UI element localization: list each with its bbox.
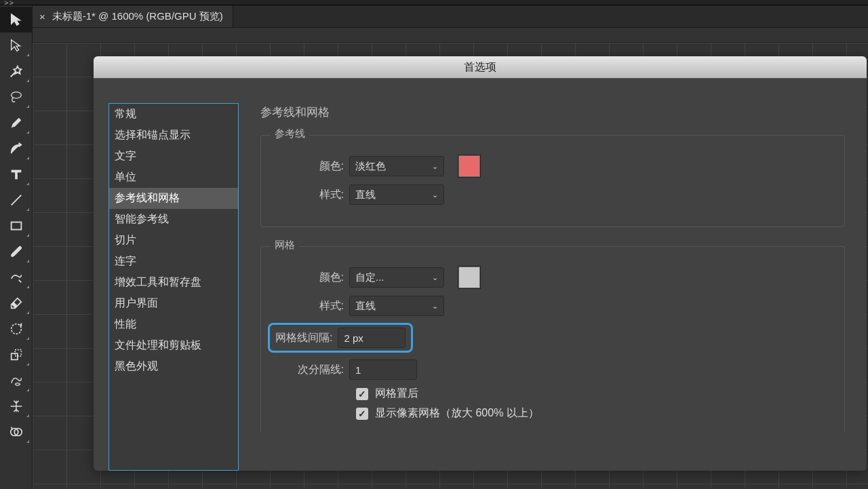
grid-color-label: 颜色: (276, 271, 349, 285)
chevron-down-icon: ⌄ (432, 302, 438, 311)
pref-ui[interactable]: 用户界面 (109, 293, 238, 314)
pref-slices[interactable]: 切片 (109, 230, 238, 251)
grid-style-label: 样式: (276, 299, 349, 313)
shaper-tool[interactable] (0, 265, 32, 290)
pref-selection[interactable]: 选择和锚点显示 (109, 125, 238, 146)
rotate-tool[interactable] (0, 316, 32, 342)
pref-type[interactable]: 文字 (109, 146, 238, 167)
guides-style-dropdown[interactable]: 直线 ⌄ (349, 184, 444, 205)
rectangle-tool[interactable] (0, 213, 32, 239)
close-icon[interactable]: × (39, 11, 45, 22)
panel-title: 参考线和网格 (260, 104, 845, 120)
pref-guides-grid[interactable]: 参考线和网格 (109, 188, 238, 209)
guides-color-label: 颜色: (276, 159, 349, 174)
guides-color-dropdown[interactable]: 淡红色 ⌄ (349, 156, 444, 176)
pref-performance[interactable]: 性能 (109, 314, 238, 335)
chevron-down-icon: ⌄ (432, 273, 438, 282)
grid-style-dropdown[interactable]: 直线 ⌄ (349, 296, 444, 316)
shape-builder-tool[interactable] (0, 419, 32, 445)
selection-tool[interactable] (0, 7, 32, 33)
preferences-dialog: 首选项 常规 选择和锚点显示 文字 单位 参考线和网格 智能参考线 切片 连字 … (94, 56, 867, 471)
line-tool[interactable] (0, 187, 32, 213)
pref-general[interactable]: 常规 (109, 104, 238, 125)
guides-group-label: 参考线 (271, 128, 309, 140)
svg-point-3 (11, 324, 21, 334)
chevron-down-icon: ⌄ (432, 191, 438, 199)
type-tool[interactable] (0, 161, 32, 187)
pixel-grid-checkbox[interactable]: ✓ (356, 408, 368, 420)
guides-style-label: 样式: (276, 188, 349, 202)
document-tab[interactable]: × 未标题-1* @ 1600% (RGB/GPU 预览) (33, 5, 233, 27)
preferences-category-list: 常规 选择和锚点显示 文字 单位 参考线和网格 智能参考线 切片 连字 增效工具… (108, 103, 239, 471)
grid-spacing-label: 网格线间隔: (275, 331, 338, 345)
grid-group: 网格 颜色: 自定... ⌄ 样式: 直线 (260, 246, 845, 431)
guides-color-swatch[interactable] (458, 155, 481, 178)
curvature-tool[interactable] (0, 136, 32, 161)
svg-rect-2 (11, 222, 21, 230)
guides-group: 参考线 颜色: 淡红色 ⌄ 样式: 直线 (260, 135, 845, 227)
document-tabs: × 未标题-1* @ 1600% (RGB/GPU 预览) (33, 5, 868, 28)
pref-plugins[interactable]: 增效工具和暂存盘 (109, 272, 238, 293)
svg-rect-5 (15, 350, 21, 356)
width-tool[interactable] (0, 368, 32, 393)
grid-color-swatch[interactable] (458, 266, 481, 289)
eraser-tool[interactable] (0, 290, 32, 316)
grid-spacing-input[interactable]: 2 px (338, 328, 406, 348)
expand-panel-icon[interactable]: >> (4, 0, 14, 7)
svg-point-0 (11, 92, 21, 98)
pref-file-handling[interactable]: 文件处理和剪贴板 (109, 335, 238, 356)
tool-palette (0, 5, 33, 489)
svg-rect-4 (11, 353, 17, 359)
pref-hyphenation[interactable]: 连字 (109, 251, 238, 272)
free-transform-tool[interactable] (0, 393, 32, 419)
grid-back-label: 网格置后 (375, 387, 418, 401)
pixel-grid-label: 显示像素网格（放大 600% 以上） (375, 406, 539, 420)
paintbrush-tool[interactable] (0, 239, 32, 265)
grid-subdiv-input[interactable]: 1 (349, 359, 417, 380)
magic-wand-tool[interactable] (0, 58, 32, 84)
pen-tool[interactable] (0, 110, 32, 136)
grid-spacing-highlight: 网格线间隔: 2 px (268, 323, 413, 353)
document-title: 未标题-1* @ 1600% (RGB/GPU 预览) (52, 10, 223, 23)
horizontal-ruler (33, 28, 868, 43)
grid-color-dropdown[interactable]: 自定... ⌄ (349, 267, 444, 288)
svg-line-1 (11, 195, 21, 206)
pref-black-appearance[interactable]: 黑色外观 (109, 356, 238, 377)
pref-units[interactable]: 单位 (109, 167, 238, 188)
grid-subdiv-label: 次分隔线: (276, 363, 349, 377)
lasso-tool[interactable] (0, 84, 32, 110)
chevron-down-icon: ⌄ (432, 162, 438, 171)
dialog-title: 首选项 (94, 56, 867, 79)
grid-back-checkbox[interactable]: ✓ (356, 388, 368, 400)
pref-smart-guides[interactable]: 智能参考线 (109, 209, 238, 230)
grid-group-label: 网格 (271, 239, 299, 252)
direct-selection-tool[interactable] (0, 33, 32, 58)
scale-tool[interactable] (0, 342, 32, 368)
